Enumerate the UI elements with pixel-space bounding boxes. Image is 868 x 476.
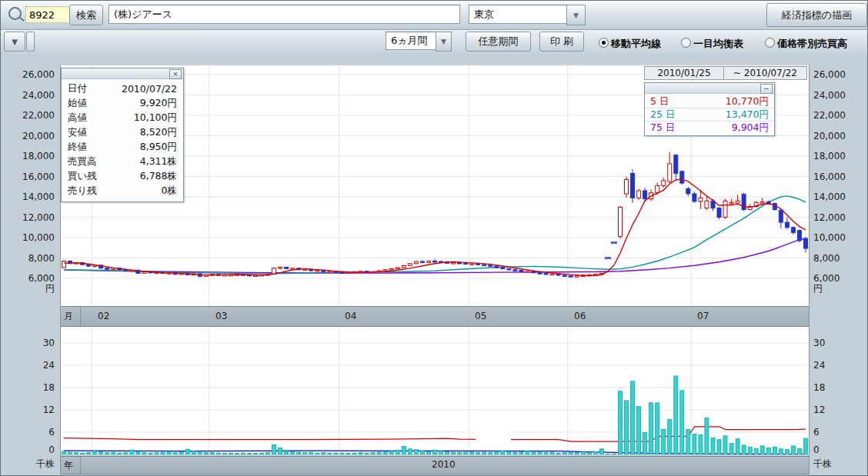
search-icon — [8, 7, 22, 20]
radio-volume-by-price-label: 価格帯別売買高 — [777, 37, 847, 51]
volume-axis-label: 6 — [813, 427, 866, 438]
ma-legend-label: 75 日 — [650, 121, 675, 135]
range-dropdown-arrow-icon[interactable]: ▼ — [436, 32, 452, 52]
month-tick-label: 07 — [697, 311, 709, 321]
date-range-to[interactable]: ~ 2010/07/22 — [723, 66, 807, 80]
volume-axis-label: 0 — [813, 444, 866, 455]
year-band-label: 年 — [61, 457, 81, 474]
stock-chart-window: 検索 (株)ジアース 東京 ▼ 経済指標の描画 ▼ 日足週足月足 6ヵ月間 ▼ … — [0, 0, 868, 476]
quote-row-value: 0株 — [162, 185, 177, 198]
custom-period-button[interactable]: 任意期間 — [466, 32, 531, 52]
ma-legend-value: 9,904円 — [732, 121, 769, 135]
quote-row-value: 4,311株 — [140, 155, 177, 168]
toolbar-bottom: ▼ 日足週足月足 6ヵ月間 ▼ 任意期間 印 刷 移動平均線一目均衡表価格帯別売… — [1, 30, 867, 56]
quote-row-value: 9,920円 — [140, 97, 177, 110]
quote-row-value: 2010/07/22 — [122, 83, 177, 95]
quote-row: 売買高4,311株 — [62, 155, 183, 169]
price-axis-unit: 円 — [813, 283, 866, 294]
radio-ichimoku[interactable] — [681, 38, 691, 48]
radio-volume-by-price[interactable] — [765, 38, 775, 48]
quote-row-label: 買い残 — [68, 170, 97, 183]
quote-row-label: 始値 — [68, 97, 87, 110]
price-axis-label: 12,000 — [813, 212, 866, 223]
quote-panel-header[interactable]: × — [62, 68, 183, 79]
quote-row-value: 10,100円 — [134, 112, 177, 125]
quote-row: 終値8,950円 — [62, 140, 183, 155]
quote-row: 安値8,520円 — [62, 125, 183, 140]
chart-region: 月 020304050607 年 2010 26,00026,00024,000… — [1, 55, 867, 475]
market-dropdown-arrow-icon[interactable]: ▼ — [566, 5, 586, 25]
volume-axis-label: 30 — [813, 338, 866, 348]
volume-axis-label: 24 — [1, 360, 55, 371]
market-select[interactable]: 東京 — [469, 5, 567, 24]
minimize-icon[interactable]: − — [760, 84, 773, 94]
print-button[interactable]: 印 刷 — [539, 32, 584, 52]
close-icon[interactable]: × — [169, 69, 182, 79]
quote-row-label: 終値 — [68, 141, 87, 154]
ma-legend-value: 10,770円 — [726, 95, 769, 108]
price-axis-label: 20,000 — [1, 131, 55, 141]
price-axis-label: 24,000 — [813, 90, 866, 101]
quote-row: 日付2010/07/22 — [62, 82, 183, 96]
price-axis-label: 20,000 — [813, 131, 866, 141]
price-axis-label: 18,000 — [1, 151, 55, 161]
quote-row-value: 6,788株 — [140, 170, 177, 183]
year-value: 2010 — [432, 459, 456, 470]
month-band-label: 月 — [61, 307, 81, 326]
quote-row-label: 安値 — [68, 126, 87, 139]
month-tick-label: 02 — [98, 311, 109, 321]
radio-ichimoku-label: 一目均衡表 — [693, 37, 743, 51]
volume-axis-label: 12 — [1, 404, 55, 415]
price-axis-label: 6,000 — [1, 273, 55, 284]
search-button[interactable]: 検索 — [69, 5, 103, 25]
quote-panel: × 日付2010/07/22始値9,920円高値10,100円安値8,520円終… — [61, 68, 184, 202]
radio-moving-average-label: 移動平均線 — [611, 37, 661, 51]
month-tick-label: 05 — [475, 311, 486, 321]
radio-moving-average[interactable] — [599, 38, 609, 48]
year-band: 年 2010 — [61, 456, 809, 474]
quote-row-label: 日付 — [68, 82, 87, 95]
plot-right-border — [809, 65, 810, 474]
volume-axis-label: 18 — [1, 382, 55, 393]
quote-row-value: 8,520円 — [140, 126, 177, 139]
quote-row-label: 高値 — [68, 112, 87, 125]
price-axis-label: 14,000 — [813, 191, 866, 202]
ma-legend-header[interactable]: − — [645, 83, 774, 94]
volume-chart — [61, 327, 809, 454]
date-range-from[interactable]: 2010/01/25 — [644, 66, 724, 80]
volume-axis-label: 30 — [1, 338, 55, 348]
volume-axis-unit: 千株 — [813, 458, 866, 469]
quote-row: 高値10,100円 — [62, 111, 183, 125]
quote-row-value: 8,950円 — [140, 141, 177, 154]
economic-indicator-button[interactable]: 経済指標の描画 — [766, 3, 867, 27]
volume-axis-label: 6 — [1, 427, 55, 438]
price-axis-unit: 円 — [1, 283, 55, 294]
month-tick-label: 06 — [574, 311, 586, 321]
price-axis-label: 22,000 — [1, 110, 55, 121]
month-tick-label: 04 — [345, 311, 356, 321]
price-axis-label: 12,000 — [1, 212, 55, 223]
price-axis-label: 14,000 — [1, 191, 55, 202]
ma-legend-panel: − 5 日10,770円25 日13,470円75 日9,904円 — [644, 82, 775, 136]
volume-axis-label: 24 — [813, 360, 866, 371]
price-axis-label: 10,000 — [813, 232, 866, 243]
company-name-field[interactable]: (株)ジアース — [108, 5, 460, 24]
ma-legend-value: 13,470円 — [726, 108, 769, 121]
month-tick-label: 03 — [215, 311, 227, 321]
quote-row: 始値9,920円 — [62, 96, 183, 111]
toolbar-grip — [26, 32, 35, 52]
range-select[interactable]: 6ヵ月間 — [386, 32, 436, 50]
volume-axis-unit: 千株 — [1, 458, 55, 469]
chart-menu-dropdown-icon[interactable]: ▼ — [4, 32, 25, 52]
stock-code-input[interactable] — [25, 6, 72, 23]
ma-legend-label: 25 日 — [650, 108, 675, 121]
ma-legend-row: 75 日9,904円 — [645, 121, 774, 134]
quote-row: 買い残6,788株 — [62, 169, 183, 184]
volume-axis-label: 0 — [1, 444, 55, 455]
volume-plot[interactable] — [61, 327, 809, 454]
price-axis-label: 16,000 — [813, 171, 866, 182]
price-axis-label: 8,000 — [1, 253, 55, 264]
volume-axis-label: 18 — [813, 382, 866, 393]
ma-legend-row: 25 日13,470円 — [645, 108, 774, 121]
volume-axis-label: 12 — [813, 404, 866, 415]
